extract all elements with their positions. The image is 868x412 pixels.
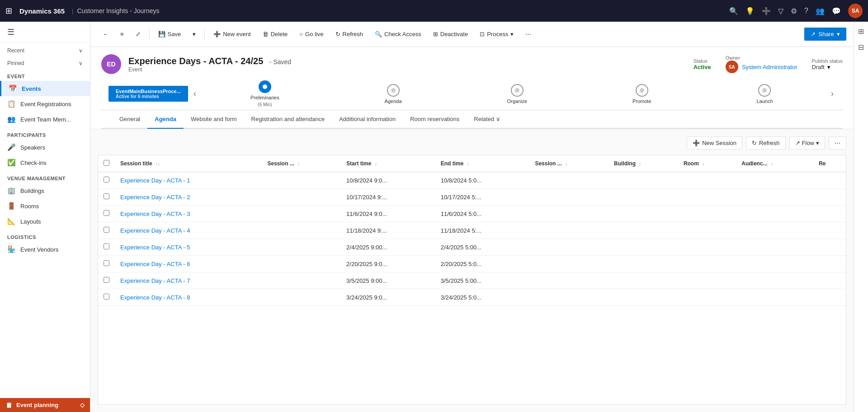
sidebar-recent-header[interactable]: Recent ∨ — [0, 43, 90, 56]
deactivate-button[interactable]: ⊞ Deactivate — [428, 28, 473, 41]
sidebar-item-buildings[interactable]: 🏢 Buildings — [0, 183, 90, 198]
col-end-time[interactable]: End time ↓ — [435, 155, 530, 172]
row-checkbox-cell[interactable] — [98, 289, 115, 306]
process-step-preliminaries[interactable]: Preliminaries (6 Min) — [250, 80, 279, 107]
tab-website-form[interactable]: Website and form — [184, 110, 244, 129]
row-session-status — [529, 189, 609, 206]
session-title-link[interactable]: Experience Day - ACTA - 6 — [120, 261, 190, 267]
row-checkbox-cell[interactable] — [98, 256, 115, 272]
filter-icon[interactable]: ▽ — [778, 7, 783, 15]
row-checkbox[interactable] — [104, 260, 109, 266]
brand-name[interactable]: Dynamics 365 — [19, 7, 65, 15]
publish-dropdown-icon[interactable]: ▾ — [827, 64, 830, 70]
process-step-organize[interactable]: Organize — [507, 84, 527, 104]
col-session-status[interactable]: Session ... ↓ — [529, 155, 609, 172]
new-event-button[interactable]: ➕ New event — [208, 28, 255, 41]
sidebar-pinned-header[interactable]: Pinned ∨ — [0, 56, 90, 68]
col-start-time[interactable]: Start time ↓ — [341, 155, 435, 172]
list-view-button[interactable]: ≡ — [115, 28, 129, 41]
multiuser-icon[interactable]: 👥 — [816, 7, 825, 15]
new-session-button[interactable]: ➕ New Session — [687, 136, 742, 150]
sessions-table: Session title ↑↓ Session ... ↓ Start tim… — [98, 155, 846, 306]
process-back-icon[interactable]: ‹ — [192, 87, 198, 100]
row-checkbox-cell[interactable] — [98, 189, 115, 206]
save-button[interactable]: 💾 Save — [153, 28, 186, 41]
session-title-link[interactable]: Experience Day - ACTA - 3 — [120, 211, 190, 217]
delete-button[interactable]: 🗑 Delete — [258, 28, 293, 41]
row-checkbox-cell[interactable] — [98, 172, 115, 189]
select-all-cell[interactable] — [98, 155, 115, 172]
tab-room-reservations[interactable]: Room reservations — [403, 110, 467, 129]
help-icon[interactable]: ? — [804, 7, 808, 15]
col-session-type-label: Session ... — [267, 160, 294, 167]
session-title-link[interactable]: Experience Day - ACTA - 5 — [120, 244, 190, 251]
more-button[interactable]: ⋯ — [520, 28, 536, 41]
sidebar-item-layouts[interactable]: 📐 Layouts — [0, 214, 90, 229]
add-icon[interactable]: ➕ — [762, 7, 771, 15]
tab-related[interactable]: Related ∨ — [467, 110, 507, 129]
waffle-icon[interactable]: ⊞ — [5, 6, 12, 16]
row-start-time: 10/17/2024 9:... — [341, 189, 435, 206]
tab-registration[interactable]: Registration and attendance — [244, 110, 332, 129]
row-checkbox-cell[interactable] — [98, 222, 115, 239]
row-checkbox[interactable] — [104, 210, 109, 216]
refresh-button[interactable]: ↻ Refresh — [330, 28, 368, 41]
row-checkbox-cell[interactable] — [98, 239, 115, 256]
share-button[interactable]: ↗ Share ▾ — [804, 28, 846, 41]
sidebar-hamburger[interactable]: ☰ — [0, 22, 90, 43]
row-checkbox[interactable] — [104, 227, 109, 233]
row-checkbox[interactable] — [104, 177, 109, 183]
right-panel-bottom-icon[interactable]: ⊟ — [858, 43, 864, 52]
search-icon[interactable]: 🔍 — [729, 7, 738, 15]
sidebar-item-speakers[interactable]: 🎤 Speakers — [0, 140, 90, 155]
sidebar-item-rooms[interactable]: 🚪 Rooms — [0, 198, 90, 214]
sidebar-item-event-vendors[interactable]: 🏪 Event Vendors — [0, 242, 90, 257]
right-panel-top-icon[interactable]: ⊞ — [858, 27, 864, 36]
process-step-promote[interactable]: Promote — [632, 84, 651, 104]
go-live-button[interactable]: ○ Go live — [294, 28, 328, 41]
flow-button[interactable]: ↗ Flow ▾ — [789, 136, 825, 150]
process-forward-icon[interactable]: › — [829, 87, 835, 100]
select-all-checkbox[interactable] — [104, 160, 109, 166]
open-in-new-button[interactable]: ⤢ — [131, 28, 146, 41]
row-checkbox[interactable] — [104, 277, 109, 283]
sidebar-item-event-registrations[interactable]: 📋 Event Registrations — [0, 96, 90, 112]
session-refresh-button[interactable]: ↻ Refresh — [746, 136, 786, 150]
process-step-agenda[interactable]: Agenda — [385, 84, 402, 104]
tab-agenda[interactable]: Agenda — [147, 110, 184, 129]
process-step-launch[interactable]: Launch — [756, 84, 773, 104]
col-audience[interactable]: Audienc... ↓ — [736, 155, 813, 172]
tab-general[interactable]: General — [112, 110, 147, 129]
row-checkbox[interactable] — [104, 243, 109, 249]
process-button[interactable]: ⊡ Process ▾ — [475, 28, 519, 41]
check-access-button[interactable]: 🔍 Check Access — [370, 28, 426, 41]
session-title-link[interactable]: Experience Day - ACTA - 7 — [120, 277, 190, 284]
session-title-link[interactable]: Experience Day - ACTA - 4 — [120, 227, 190, 234]
session-title-link[interactable]: Experience Day - ACTA - 1 — [120, 177, 190, 184]
tab-additional[interactable]: Additional information — [332, 110, 403, 129]
sidebar-item-check-ins[interactable]: ✅ Check-ins — [0, 155, 90, 170]
sidebar-item-event-team-mem[interactable]: 👥 Event Team Mem... — [0, 112, 90, 127]
row-checkbox[interactable] — [104, 294, 109, 300]
chat-icon[interactable]: 💬 — [832, 7, 841, 15]
sidebar-item-events[interactable]: 📅 Events — [0, 81, 90, 96]
save-dropdown-button[interactable]: ▾ — [188, 28, 201, 41]
session-more-button[interactable]: ⋯ — [829, 136, 846, 150]
col-session-type[interactable]: Session ... ↓ — [262, 155, 341, 172]
row-checkbox-cell[interactable] — [98, 206, 115, 222]
owner-name[interactable]: System Administrator — [742, 64, 797, 70]
back-button[interactable]: ← — [98, 28, 113, 41]
session-title-link[interactable]: Experience Day - ACTA - 2 — [120, 194, 190, 201]
process-active-stage[interactable]: EventMainBusinessProce... Active for 6 m… — [108, 86, 188, 102]
session-title-link[interactable]: Experience Day - ACTA - 8 — [120, 294, 190, 301]
event-planning-nav[interactable]: 📋 Event planning ◇ — [0, 398, 90, 412]
lightbulb-icon[interactable]: 💡 — [745, 7, 755, 15]
check-access-icon: 🔍 — [375, 31, 382, 37]
settings-icon[interactable]: ⚙ — [791, 7, 797, 15]
user-avatar[interactable]: SA — [848, 4, 863, 18]
row-checkbox-cell[interactable] — [98, 272, 115, 289]
col-session-title[interactable]: Session title ↑↓ — [115, 155, 262, 172]
col-building[interactable]: Building ↓ — [609, 155, 678, 172]
col-room[interactable]: Room ↓ — [678, 155, 736, 172]
row-checkbox[interactable] — [104, 193, 109, 199]
